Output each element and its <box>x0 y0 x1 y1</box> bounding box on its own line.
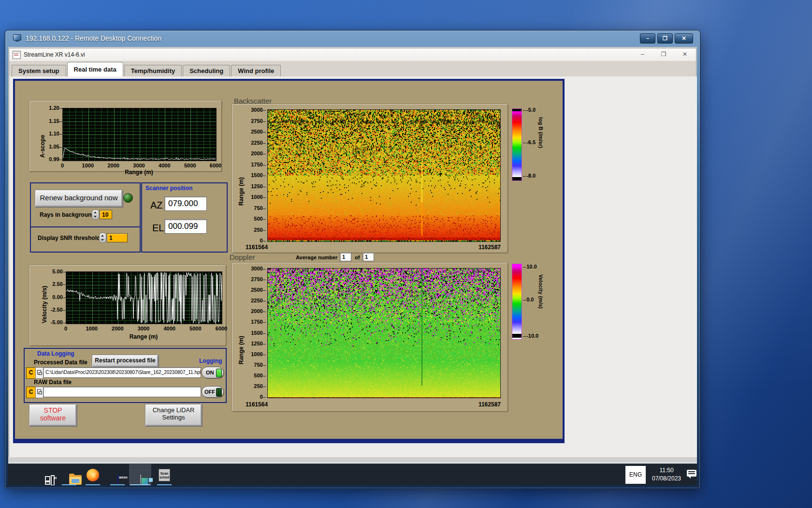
rdp-close-button[interactable]: ✕ <box>675 33 693 44</box>
ascope-xlabel: Range (m) <box>62 169 216 176</box>
ascope-ytick-labels: 1.201.151.101.050.99 <box>44 108 61 159</box>
velocity-plot <box>66 271 222 324</box>
backscatter-cb-tick-mid: -6.5 <box>523 139 536 145</box>
doppler-colorbar <box>512 264 522 340</box>
doppler-cb-tick-min: -10.0 <box>523 333 538 339</box>
vi-app-icon <box>13 51 21 59</box>
data-logging-box: Data Logging Processed Data file Restart… <box>24 348 227 403</box>
tab-wind-profile[interactable]: Wind profile <box>231 65 281 76</box>
doppler-title: Doppler <box>230 253 255 261</box>
processed-toggle-lamp <box>216 369 222 377</box>
task-view-button[interactable] <box>34 464 56 485</box>
snr-threshold-label: Display SNR threshold <box>38 235 100 241</box>
processed-browse-icon[interactable] <box>35 367 44 379</box>
processed-logging-toggle[interactable]: ON <box>202 367 224 378</box>
scan-scheduler-button[interactable]: Scan sched <box>153 464 175 485</box>
notification-center-button[interactable] <box>687 470 697 478</box>
tray-clock[interactable]: 11:50 07/08/2023 <box>648 466 685 483</box>
rdp-window: 192.168.0.122 - Remote Desktop Connectio… <box>5 30 700 489</box>
raw-data-file-label: RAW Data file <box>34 379 72 386</box>
processed-data-file-label: Processed Data file <box>34 359 87 366</box>
remote-session-viewport: StreamLine XR v14-6.vi – ❐ ✕ System setu… <box>8 47 697 485</box>
rays-in-background-spinner[interactable] <box>92 209 99 220</box>
app-titlebar[interactable]: StreamLine XR v14-6.vi – ❐ ✕ <box>9 48 696 61</box>
average-number-value[interactable]: 1 <box>340 253 351 261</box>
scan-icon-line2: sched <box>159 476 170 479</box>
rays-in-background-value[interactable]: 10 <box>100 210 112 219</box>
week-planner-running-indicator <box>110 484 125 485</box>
ascope-xtick-labels: 0100020003000400050006000 <box>62 163 216 169</box>
raw-logging-toggle[interactable]: OFF <box>202 386 224 398</box>
rdp-window-title: 192.168.0.122 - Remote Desktop Connectio… <box>26 34 161 42</box>
doppler-colorbar-label: Velocity (m/s) <box>538 274 544 332</box>
raw-path-field[interactable] <box>43 387 201 397</box>
backscatter-colorbar-label: log B (/m/sr) <box>538 117 544 175</box>
snr-threshold-spinner[interactable] <box>99 233 106 243</box>
velocity-graph-frame: Velocity (m/s) 5.002.500.00-2.50-5.00 01… <box>29 265 227 346</box>
el-value-field[interactable]: 000.099 <box>164 219 207 234</box>
change-lidar-line2: Settings <box>145 414 202 421</box>
change-lidar-settings-button[interactable]: Change LiDAR Settings <box>145 404 202 426</box>
average-of-total[interactable]: 1 <box>362 253 374 261</box>
streamline-taskbar-button[interactable] <box>129 464 151 485</box>
backscatter-heatmap <box>267 109 501 242</box>
rdp-maximize-button[interactable]: ❐ <box>657 33 673 44</box>
ascope-graph-frame: A-scope 1.201.151.101.050.99 01000200030… <box>29 100 222 172</box>
front-panel: A-scope 1.201.151.101.050.99 01000200030… <box>13 79 565 443</box>
background-controls-box: Renew background now Rays in background … <box>30 182 141 227</box>
language-indicator[interactable]: ENG <box>625 466 646 484</box>
firefox-running-indicator <box>86 484 100 485</box>
week-planner-button[interactable]: WEEK <box>106 464 129 485</box>
remote-taskbar: WEEK Scan sched ENG 11:50 0 <box>8 463 697 485</box>
velocity-ytick-labels: 5.002.500.00-2.50-5.00 <box>46 271 65 322</box>
renew-background-led <box>123 193 133 203</box>
tab-system-setup[interactable]: System setup <box>12 65 66 76</box>
streamline-app-window: StreamLine XR v14-6.vi – ❐ ✕ System setu… <box>9 48 696 457</box>
scan-scheduler-icon: Scan sched <box>159 469 170 481</box>
streamline-running-indicator <box>130 484 150 485</box>
streamline-app-icon <box>140 475 141 484</box>
backscatter-cb-tick-min: -8.0 <box>523 173 536 179</box>
stop-software-line2: software <box>29 414 76 422</box>
doppler-graph-frame: Range (m) 300027502500225020001750150012… <box>232 262 508 412</box>
processed-drive-letter[interactable]: C <box>26 367 36 379</box>
data-logging-title: Data Logging <box>37 350 74 357</box>
tab-scheduling[interactable]: Scheduling <box>183 65 230 76</box>
file-explorer-button[interactable] <box>58 464 80 485</box>
front-panel-area: A-scope 1.201.151.101.050.99 01000200030… <box>9 76 697 457</box>
raw-browse-icon[interactable] <box>35 387 44 398</box>
processed-path-field[interactable]: C:\Lidar\Data\Proc\2023\202308\20230807\… <box>43 367 201 378</box>
backscatter-cb-tick-max: -5.0 <box>523 107 536 113</box>
backscatter-colorbar <box>512 108 522 181</box>
backscatter-graph-frame: Range (m) 300027502500225020001750150012… <box>232 104 508 254</box>
doppler-x-start: 1161564 <box>246 401 268 408</box>
az-value-field[interactable]: 079.000 <box>164 196 207 211</box>
rdp-titlebar[interactable]: 192.168.0.122 - Remote Desktop Connectio… <box>5 30 700 47</box>
raw-toggle-label: OFF <box>204 389 215 395</box>
restart-processed-file-button[interactable]: Restart processed file <box>92 355 159 367</box>
rdp-minimize-button[interactable]: – <box>640 33 655 44</box>
scan-scheduler-running-indicator <box>157 484 172 485</box>
app-window-title: StreamLine XR v14-6.vi <box>24 51 85 58</box>
change-lidar-line1: Change LiDAR <box>145 406 202 414</box>
renew-background-button[interactable]: Renew background now <box>35 190 123 207</box>
el-label: EL <box>152 223 164 234</box>
firefox-button[interactable] <box>82 464 104 485</box>
tab-temp-humidity[interactable]: Temp/humidity <box>124 65 182 76</box>
tab-bar: System setup Real time data Temp/humidit… <box>9 61 696 76</box>
tab-real-time-data[interactable]: Real time data <box>67 62 123 76</box>
backscatter-ytick-labels: 3000275025002250200017501500125010007505… <box>244 110 265 240</box>
doppler-cb-tick-mid: 0.0 <box>523 297 534 302</box>
tray-time: 11:50 <box>648 466 685 475</box>
app-restore-button[interactable]: ❐ <box>657 50 670 59</box>
desktop-background: 192.168.0.122 - Remote Desktop Connectio… <box>0 0 812 508</box>
raw-drive-letter[interactable]: C <box>26 387 36 398</box>
snr-threshold-value[interactable]: 1 <box>107 233 128 242</box>
velocity-xlabel: Range (m) <box>66 333 221 340</box>
doppler-heatmap <box>267 268 501 398</box>
velocity-xtick-labels: 0100020003000400050006000 <box>66 326 221 332</box>
scanner-position-box: Scanner position AZ 079.000 EL 000.099 <box>141 182 228 253</box>
app-minimize-button[interactable]: – <box>636 50 649 59</box>
app-close-button[interactable]: ✕ <box>679 50 691 59</box>
stop-software-button[interactable]: STOP software <box>29 404 77 426</box>
